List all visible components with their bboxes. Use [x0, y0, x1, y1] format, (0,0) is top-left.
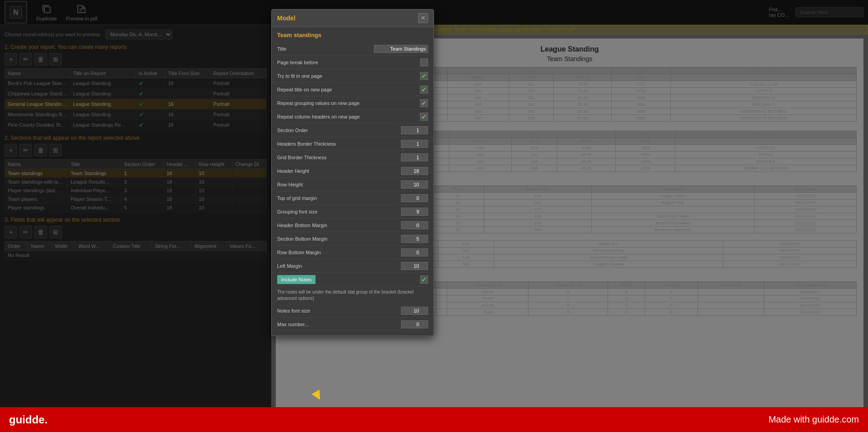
notes-font-label: Notes font size: [277, 308, 401, 313]
left-margin-input[interactable]: [401, 262, 428, 270]
include-notes-toggle[interactable]: Include Notes: [277, 275, 316, 284]
max-number-input[interactable]: [401, 320, 428, 328]
top-grid-margin-label: Top of grid margin: [277, 195, 401, 201]
repeat-title-label: Repeat title on new page: [277, 87, 420, 92]
guidde-tagline: Made with guidde.com: [769, 414, 859, 425]
section-bottom-margin-input[interactable]: [401, 235, 428, 243]
repeat-grouping-label: Repeat grouping values on new page: [277, 100, 420, 106]
notes-font-row: Notes font size: [277, 304, 428, 318]
grid-border-row: Grid Border Thickness: [277, 151, 428, 164]
try-fit-checkbox[interactable]: ✔: [420, 72, 428, 80]
row-bottom-margin-label: Row Bottom Margin: [277, 250, 401, 255]
include-notes-row: Include Notes ✔: [277, 273, 428, 287]
left-margin-row: Left Margin: [277, 259, 428, 273]
page-break-row: Page break before: [277, 56, 428, 69]
grid-border-input[interactable]: [401, 153, 428, 161]
notes-explanation: The notes will be under the default stat…: [277, 289, 428, 302]
row-bottom-margin-row: Row Bottom Margin: [277, 246, 428, 259]
repeat-headers-checkbox[interactable]: ✔: [420, 113, 428, 121]
headers-border-input[interactable]: [401, 140, 428, 148]
top-grid-margin-row: Top of grid margin: [277, 191, 428, 205]
bottom-bar: guidde. Made with guidde.com: [0, 407, 868, 432]
grouping-font-input[interactable]: [401, 208, 428, 216]
include-notes-label: Include Notes: [281, 277, 311, 282]
top-grid-margin-input[interactable]: [401, 194, 428, 202]
grouping-font-label: Grouping font size: [277, 209, 401, 214]
section-order-input[interactable]: [401, 126, 428, 134]
model-dialog: Model × Team standings Title Page break …: [271, 9, 434, 336]
repeat-grouping-checkbox[interactable]: ✔: [420, 99, 428, 107]
repeat-title-checkbox[interactable]: ✔: [420, 85, 428, 94]
page-break-label: Page break before: [277, 60, 420, 65]
header-height-row: Header Height: [277, 164, 428, 178]
section-order-label: Section Order: [277, 128, 401, 133]
modal-close-button[interactable]: ×: [418, 13, 428, 23]
notes-font-input[interactable]: [401, 307, 428, 315]
repeat-headers-label: Repeat column headers on new page: [277, 114, 420, 119]
header-bottom-margin-input[interactable]: [401, 221, 428, 229]
modal-title: Model: [277, 14, 295, 22]
repeat-headers-row: Repeat column headers on new page ✔: [277, 110, 428, 123]
max-number-row: Max number...: [277, 318, 428, 331]
row-height-input[interactable]: [401, 180, 428, 189]
header-height-label: Header Height: [277, 168, 401, 174]
repeat-grouping-row: Repeat grouping values on new page ✔: [277, 96, 428, 110]
grouping-font-row: Grouping font size: [277, 205, 428, 218]
header-height-input[interactable]: [401, 167, 428, 175]
modal-overlay[interactable]: [0, 0, 868, 407]
guidde-logo: guidde.: [9, 413, 47, 426]
section-order-row: Section Order: [277, 123, 428, 137]
headers-border-label: Headers Border Thickness: [277, 141, 401, 147]
include-notes-checkbox[interactable]: ✔: [420, 275, 428, 284]
headers-border-row: Headers Border Thickness: [277, 137, 428, 151]
modal-title-label: Title: [277, 46, 374, 52]
try-fit-label: Try to fit in one page: [277, 73, 420, 79]
repeat-title-row: Repeat title on new page ✔: [277, 83, 428, 96]
modal-header: Model ×: [272, 9, 434, 27]
header-bottom-margin-label: Header Bottom Margin: [277, 223, 401, 228]
modal-title-row: Title: [277, 42, 428, 56]
section-bottom-margin-label: Section Bottom Margin: [277, 236, 401, 242]
max-number-label: Max number...: [277, 322, 401, 327]
row-bottom-margin-input[interactable]: [401, 248, 428, 256]
left-margin-label: Left Margin: [277, 263, 401, 269]
grid-border-label: Grid Border Thickness: [277, 155, 401, 160]
row-height-label: Row Height: [277, 182, 401, 187]
guidde-logo-area: guidde.: [9, 413, 47, 426]
modal-body: Team standings Title Page break before T…: [272, 27, 434, 336]
section-bottom-margin-row: Section Bottom Margin: [277, 232, 428, 246]
header-bottom-margin-row: Header Bottom Margin: [277, 218, 428, 232]
try-fit-row: Try to fit in one page ✔: [277, 69, 428, 83]
modal-section-title: Team standings: [277, 32, 428, 38]
page-break-checkbox[interactable]: [420, 58, 428, 66]
row-height-row: Row Height: [277, 178, 428, 191]
title-input[interactable]: [374, 45, 428, 53]
